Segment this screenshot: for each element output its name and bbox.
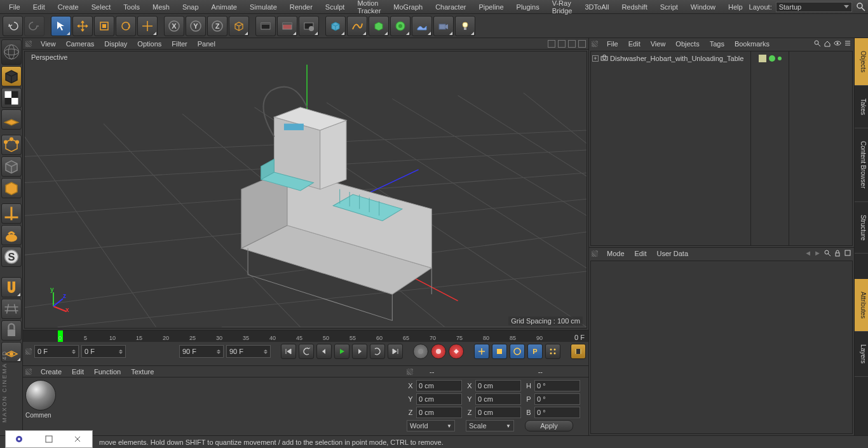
grip-icon[interactable] [592,250,598,257]
home-icon[interactable] [824,39,831,48]
tab-structure[interactable]: Structure [855,202,868,254]
mat-menu-texture[interactable]: Texture [126,368,159,376]
layer-color-icon[interactable] [759,55,766,62]
next-key-button[interactable] [370,344,385,359]
menu-tools[interactable]: Tools [117,3,146,11]
tab-takes[interactable]: Takes [855,86,868,128]
menu-motion-tracker[interactable]: Motion Tracker [351,0,387,15]
cube-primitive-button[interactable] [325,16,346,36]
tab-content-browser[interactable]: Content Browser [855,128,868,201]
z-axis-button[interactable]: Z [207,16,227,36]
polygon-mode-button[interactable] [1,178,22,198]
vp-menu-cameras[interactable]: Cameras [61,40,100,48]
next-frame-button[interactable] [352,344,367,359]
world-dropdown[interactable]: World▼ [407,420,455,431]
vp-menu-display[interactable]: Display [99,40,132,48]
texture-mode-button[interactable] [1,88,22,108]
play-button[interactable] [334,344,349,359]
obj-menu-edit[interactable]: Edit [623,40,646,48]
search-icon[interactable] [856,2,866,12]
visibility-dot-icon[interactable] [769,55,775,62]
menu-animate[interactable]: Animate [205,3,243,11]
grip-icon[interactable] [25,369,32,375]
vp-nav-icon[interactable] [568,40,576,48]
record-button[interactable] [413,344,428,359]
size-y-field[interactable]: 0 cm [475,393,521,405]
prev-key-button[interactable] [299,344,314,359]
environment-button[interactable] [412,16,432,36]
spline-button[interactable] [347,16,367,36]
tab-layers[interactable]: Layers [855,332,868,377]
menu-create[interactable]: Create [51,3,85,11]
render-dot-icon[interactable] [778,57,782,60]
obj-menu-bookmarks[interactable]: Bookmarks [729,40,775,48]
snap-button[interactable]: S [1,247,22,267]
undo-button[interactable] [3,16,23,36]
deformer-button[interactable] [390,16,410,36]
select-tool[interactable] [51,16,71,36]
key-rot-button[interactable] [510,344,525,359]
mat-menu-create[interactable]: Create [36,368,67,376]
globe-icon[interactable] [1,39,22,65]
menu-snap[interactable]: Snap [176,3,205,11]
search-icon[interactable] [813,39,821,48]
obj-menu-view[interactable]: View [646,40,671,48]
vp-menu-view[interactable]: View [36,40,61,48]
goto-end-button[interactable] [388,344,403,359]
menu-file[interactable]: File [3,3,27,11]
menu-script[interactable]: Script [654,3,684,11]
menu-help[interactable]: Help [722,3,749,11]
menu-window[interactable]: Window [684,3,722,11]
list-icon[interactable] [844,39,851,48]
edge-mode-button[interactable] [1,156,22,177]
x-axis-button[interactable]: X [164,16,184,36]
model-mode-button[interactable] [1,66,22,86]
obj-menu-objects[interactable]: Objects [670,40,704,48]
scale-dropdown[interactable]: Scale▼ [466,420,514,431]
obj-menu-file[interactable]: File [602,40,623,48]
prev-frame-button[interactable] [316,344,332,359]
pos-x-field[interactable]: 0 cm [416,380,462,391]
key-pla-button[interactable] [545,344,560,359]
viewport-3d[interactable]: Perspective Grid Spacing : 100 cm y z x [24,51,587,329]
rotate-tool[interactable] [116,16,136,36]
frame-max-field[interactable]: 90 F [226,345,271,358]
object-tree-item[interactable]: + 0 Dishwasher_Hobart_with_Unloading_Tab… [592,53,749,64]
menu-select[interactable]: Select [85,3,118,11]
workplane-button[interactable] [1,109,22,130]
menu-redshift[interactable]: Redshift [615,3,653,11]
viewport-solo-button[interactable] [1,225,22,245]
frame-start-field[interactable]: 0 F [34,345,79,358]
render-picture-button[interactable] [277,16,297,36]
tab-objects[interactable]: Objects [855,38,868,86]
expand-icon[interactable]: + [592,55,599,62]
move-tool[interactable] [72,16,93,36]
timeline-ruler[interactable]: 0 5 10 15 20 25 30 35 40 45 50 55 60 65 … [23,330,588,342]
magnet-button[interactable] [1,277,22,297]
vp-maximize-icon[interactable] [578,40,586,48]
menu-mesh[interactable]: Mesh [146,3,176,11]
grip-icon[interactable] [407,369,413,375]
key-pos-button[interactable] [474,344,489,359]
workplane-grid-button[interactable] [1,299,22,319]
size-x-field[interactable]: 0 cm [475,380,521,391]
scale-tool[interactable] [94,16,114,36]
redo-button[interactable] [24,16,44,36]
grip-icon[interactable] [592,41,598,47]
vp-nav-icon[interactable] [558,40,566,48]
obj-menu-tags[interactable]: Tags [705,40,729,48]
key-scale-button[interactable] [492,344,507,359]
pos-y-field[interactable]: 0 cm [416,393,462,405]
light-button[interactable] [455,16,475,36]
render-view-button[interactable] [255,16,276,36]
keyframe-button[interactable] [449,344,464,359]
search-icon[interactable] [824,249,831,258]
lock-workplane-button[interactable] [1,320,22,341]
tab-attributes[interactable]: Attributes [855,279,868,332]
key-param-button[interactable]: P [527,344,543,359]
vp-menu-filter[interactable]: Filter [166,40,192,48]
frame-current-field[interactable]: 0 F [81,345,126,358]
menu-vray[interactable]: V-Ray Bridge [546,0,579,15]
y-axis-button[interactable]: Y [186,16,206,36]
menu-edit[interactable]: Edit [27,3,51,11]
